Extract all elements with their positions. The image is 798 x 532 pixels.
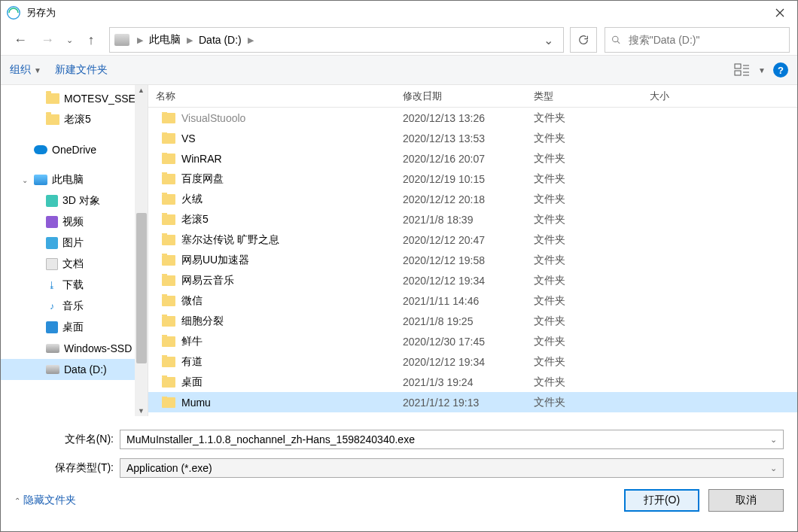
tree-item[interactable]: 文档 bbox=[1, 254, 148, 275]
tree-item[interactable]: 老滚5 bbox=[1, 109, 148, 130]
tree-item[interactable]: ⌄此电脑 bbox=[1, 169, 148, 190]
file-row[interactable]: Mumu2021/1/12 19:13文件夹 bbox=[148, 392, 797, 412]
file-row[interactable]: VS2020/12/13 13:53文件夹 bbox=[148, 128, 797, 148]
file-row[interactable]: 有道2020/12/12 19:34文件夹 bbox=[148, 351, 797, 372]
tree-item-label: 文档 bbox=[62, 257, 84, 271]
savetype-field[interactable]: Application (*.exe) ⌄ bbox=[120, 458, 784, 478]
file-row[interactable]: 网易云音乐2020/12/12 19:34文件夹 bbox=[148, 270, 797, 290]
file-name: VS bbox=[181, 132, 196, 144]
tree-item[interactable]: 图片 bbox=[1, 233, 148, 254]
sort-indicator-icon: ⌃ bbox=[427, 90, 433, 98]
tree-item[interactable]: 视频 bbox=[1, 211, 148, 233]
onedrive-icon bbox=[34, 145, 47, 154]
expand-toggle[interactable]: ⌄ bbox=[22, 176, 29, 184]
help-button[interactable]: ? bbox=[773, 62, 788, 78]
folder-icon bbox=[162, 316, 175, 327]
tree-item[interactable]: Windows-SSD ( bbox=[1, 338, 148, 359]
file-type: 文件夹 bbox=[526, 152, 642, 166]
file-date: 2020/12/12 19:34 bbox=[395, 356, 526, 368]
file-row[interactable]: 塞尔达传说 旷野之息2020/12/12 20:47文件夹 bbox=[148, 230, 797, 250]
filename-field[interactable]: MuMuInstaller_1.1.0.8_nochannel_zh-Hans_… bbox=[120, 430, 784, 449]
file-name: 百度网盘 bbox=[181, 172, 224, 186]
savetype-value: Application (*.exe) bbox=[126, 462, 770, 474]
file-row[interactable]: 桌面2021/1/3 19:24文件夹 bbox=[148, 372, 797, 392]
folder-icon bbox=[162, 194, 175, 205]
col-name[interactable]: 名称 ⌃ bbox=[148, 90, 395, 103]
tree-item-label: OneDrive bbox=[52, 144, 96, 156]
tree-item[interactable]: ♪音乐 bbox=[1, 296, 148, 317]
tree-item-label: 音乐 bbox=[62, 299, 84, 313]
open-button[interactable]: 打开(O) bbox=[624, 489, 699, 512]
hide-folders-link[interactable]: ⌃ 隐藏文件夹 bbox=[14, 494, 76, 507]
file-row[interactable]: WinRAR2020/12/16 20:07文件夹 bbox=[148, 148, 797, 169]
close-button[interactable] bbox=[763, 1, 797, 25]
tree-item[interactable]: MOTESV_SSE bbox=[1, 88, 148, 109]
chevron-down-icon: ▼ bbox=[34, 66, 41, 74]
file-row[interactable]: 百度网盘2020/12/19 10:15文件夹 bbox=[148, 169, 797, 189]
breadcrumb[interactable]: ▶ 此电脑 ▶ Data (D:) ▶ ⌄ bbox=[109, 27, 564, 53]
chevron-right-icon[interactable]: ▶ bbox=[248, 35, 254, 45]
breadcrumb-seg-drive[interactable]: Data (D:) bbox=[196, 34, 245, 46]
file-list: 名称 ⌃ 修改日期 类型 大小 VisualStuoolo2020/12/13 … bbox=[148, 85, 797, 416]
up-button[interactable]: ↑ bbox=[79, 28, 103, 52]
refresh-button[interactable] bbox=[570, 27, 597, 53]
chevron-down-icon[interactable]: ⌄ bbox=[770, 435, 777, 445]
breadcrumb-seg-pc[interactable]: 此电脑 bbox=[146, 33, 184, 47]
file-date: 2020/12/12 20:18 bbox=[395, 193, 526, 205]
breadcrumb-dropdown[interactable]: ⌄ bbox=[538, 33, 559, 47]
file-date: 2021/1/8 19:25 bbox=[395, 315, 526, 327]
tree-item[interactable]: 3D 对象 bbox=[1, 190, 148, 211]
close-icon bbox=[775, 8, 784, 17]
file-row[interactable]: 网易UU加速器2020/12/12 19:58文件夹 bbox=[148, 250, 797, 270]
documents-icon bbox=[46, 258, 58, 270]
scrollbar-thumb[interactable] bbox=[136, 213, 147, 363]
chevron-up-icon: ⌃ bbox=[14, 497, 20, 505]
tree-item[interactable]: OneDrive bbox=[1, 139, 148, 160]
folder-icon bbox=[162, 113, 175, 123]
tree-item[interactable]: ⭳下载 bbox=[1, 275, 148, 296]
filename-label: 文件名(N): bbox=[14, 433, 120, 446]
toolbar: 组织 ▼ 新建文件夹 ▼ ? bbox=[1, 55, 797, 85]
music-icon: ♪ bbox=[46, 300, 58, 312]
file-type: 文件夹 bbox=[526, 233, 642, 247]
file-row[interactable]: 微信2021/1/11 14:46文件夹 bbox=[148, 290, 797, 311]
back-button[interactable]: ← bbox=[8, 28, 32, 52]
search-box[interactable] bbox=[605, 27, 790, 53]
chevron-down-icon[interactable]: ⌄ bbox=[770, 464, 777, 473]
file-date: 2020/12/30 17:45 bbox=[395, 336, 526, 348]
file-date: 2020/12/16 20:07 bbox=[395, 153, 526, 165]
file-row[interactable]: 老滚52021/1/8 18:39文件夹 bbox=[148, 209, 797, 230]
folder-icon bbox=[162, 397, 175, 408]
tree-item[interactable]: Data (D:) bbox=[1, 359, 148, 380]
svg-rect-2 bbox=[735, 64, 741, 68]
recent-dropdown[interactable]: ⌄ bbox=[62, 28, 76, 52]
folder-icon bbox=[162, 377, 175, 388]
file-row[interactable]: 火绒2020/12/12 20:18文件夹 bbox=[148, 189, 797, 209]
search-input[interactable] bbox=[627, 33, 783, 47]
organize-button[interactable]: 组织 ▼ bbox=[10, 63, 41, 77]
sidebar-scrollbar[interactable]: ▲ ▼ bbox=[135, 85, 148, 416]
tree-item[interactable]: 桌面 bbox=[1, 317, 148, 338]
drive-icon bbox=[46, 344, 59, 353]
forward-button[interactable]: → bbox=[35, 28, 59, 52]
chevron-right-icon[interactable]: ▶ bbox=[137, 35, 143, 45]
folder-icon bbox=[162, 133, 175, 144]
view-mode-button[interactable] bbox=[734, 63, 751, 77]
scroll-up-icon[interactable]: ▲ bbox=[138, 87, 145, 94]
main-area: MOTESV_SSE老滚5OneDrive⌄此电脑 3D 对象 视频 图片 文档… bbox=[1, 85, 797, 416]
newfolder-button[interactable]: 新建文件夹 bbox=[55, 63, 108, 77]
file-row[interactable]: VisualStuoolo2020/12/13 13:26文件夹 bbox=[148, 108, 797, 128]
cancel-button[interactable]: 取消 bbox=[708, 489, 784, 512]
help-icon: ? bbox=[778, 65, 784, 76]
file-row[interactable]: 细胞分裂2021/1/8 19:25文件夹 bbox=[148, 311, 797, 331]
folder-icon bbox=[162, 154, 175, 164]
file-name: 网易UU加速器 bbox=[181, 254, 249, 267]
col-type[interactable]: 类型 bbox=[526, 90, 642, 103]
col-date[interactable]: 修改日期 bbox=[395, 90, 526, 103]
view-dropdown[interactable]: ▼ bbox=[758, 66, 766, 74]
col-size[interactable]: 大小 bbox=[642, 90, 717, 103]
chevron-right-icon[interactable]: ▶ bbox=[187, 35, 193, 45]
scroll-down-icon[interactable]: ▼ bbox=[138, 407, 145, 415]
file-type: 文件夹 bbox=[526, 375, 642, 389]
file-row[interactable]: 鲜牛2020/12/30 17:45文件夹 bbox=[148, 331, 797, 351]
